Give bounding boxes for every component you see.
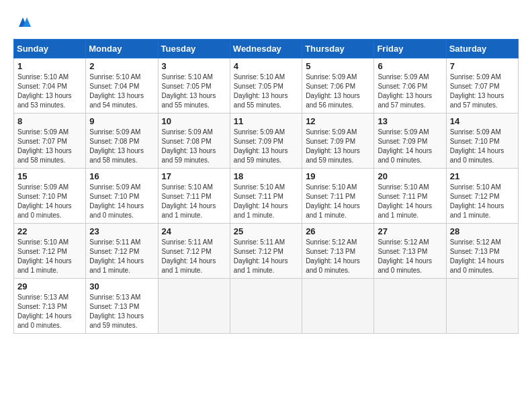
day-number: 7	[450, 61, 515, 71]
calendar-cell: 9Sunrise: 5:09 AMSunset: 7:08 PMDaylight…	[86, 113, 158, 169]
calendar-header-row: SundayMondayTuesdayWednesdayThursdayFrid…	[14, 40, 519, 58]
calendar-cell: 6Sunrise: 5:09 AMSunset: 7:06 PMDaylight…	[374, 58, 446, 113]
day-info: Sunrise: 5:09 AMSunset: 7:10 PMDaylight:…	[450, 128, 515, 165]
logo	[13, 13, 35, 32]
day-info: Sunrise: 5:10 AMSunset: 7:11 PMDaylight:…	[162, 183, 226, 220]
day-info: Sunrise: 5:10 AMSunset: 7:11 PMDaylight:…	[378, 183, 442, 220]
calendar-cell: 16Sunrise: 5:09 AMSunset: 7:10 PMDayligh…	[86, 169, 158, 224]
day-number: 8	[17, 116, 82, 126]
day-number: 26	[306, 226, 370, 236]
day-info: Sunrise: 5:11 AMSunset: 7:12 PMDaylight:…	[89, 238, 154, 275]
day-number: 13	[378, 116, 442, 126]
calendar-cell: 20Sunrise: 5:10 AMSunset: 7:11 PMDayligh…	[374, 169, 446, 224]
day-number: 16	[89, 171, 154, 181]
weekday-header: Monday	[86, 40, 158, 58]
day-info: Sunrise: 5:09 AMSunset: 7:10 PMDaylight:…	[89, 183, 154, 220]
day-number: 22	[17, 226, 82, 236]
day-info: Sunrise: 5:10 AMSunset: 7:04 PMDaylight:…	[89, 73, 154, 110]
day-info: Sunrise: 5:11 AMSunset: 7:12 PMDaylight:…	[162, 238, 226, 275]
day-number: 20	[378, 171, 442, 181]
weekday-header: Thursday	[302, 40, 374, 58]
calendar-cell: 8Sunrise: 5:09 AMSunset: 7:07 PMDaylight…	[14, 113, 86, 169]
day-info: Sunrise: 5:09 AMSunset: 7:06 PMDaylight:…	[378, 73, 442, 110]
day-number: 14	[450, 116, 515, 126]
calendar-cell: 11Sunrise: 5:09 AMSunset: 7:09 PMDayligh…	[230, 113, 302, 169]
day-info: Sunrise: 5:09 AMSunset: 7:09 PMDaylight:…	[234, 128, 298, 165]
day-number: 23	[89, 226, 154, 236]
day-info: Sunrise: 5:10 AMSunset: 7:11 PMDaylight:…	[234, 183, 298, 220]
day-info: Sunrise: 5:13 AMSunset: 7:13 PMDaylight:…	[17, 293, 82, 330]
calendar-week-row: 15Sunrise: 5:09 AMSunset: 7:10 PMDayligh…	[14, 169, 519, 224]
weekday-header: Friday	[374, 40, 446, 58]
day-number: 2	[89, 61, 154, 71]
calendar-cell: 10Sunrise: 5:09 AMSunset: 7:08 PMDayligh…	[158, 113, 230, 169]
day-info: Sunrise: 5:10 AMSunset: 7:04 PMDaylight:…	[17, 73, 82, 110]
calendar-cell	[302, 279, 374, 334]
day-info: Sunrise: 5:11 AMSunset: 7:12 PMDaylight:…	[234, 238, 298, 275]
calendar-cell: 26Sunrise: 5:12 AMSunset: 7:13 PMDayligh…	[302, 224, 374, 279]
calendar-cell: 24Sunrise: 5:11 AMSunset: 7:12 PMDayligh…	[158, 224, 230, 279]
calendar-cell: 13Sunrise: 5:09 AMSunset: 7:09 PMDayligh…	[374, 113, 446, 169]
day-number: 17	[162, 171, 226, 181]
day-number: 1	[17, 61, 82, 71]
calendar-cell: 5Sunrise: 5:09 AMSunset: 7:06 PMDaylight…	[302, 58, 374, 113]
calendar-cell: 23Sunrise: 5:11 AMSunset: 7:12 PMDayligh…	[86, 224, 158, 279]
calendar-cell: 30Sunrise: 5:13 AMSunset: 7:13 PMDayligh…	[86, 279, 158, 334]
calendar-cell: 1Sunrise: 5:10 AMSunset: 7:04 PMDaylight…	[14, 58, 86, 113]
day-info: Sunrise: 5:12 AMSunset: 7:13 PMDaylight:…	[378, 238, 442, 275]
day-info: Sunrise: 5:09 AMSunset: 7:08 PMDaylight:…	[162, 128, 226, 165]
day-number: 28	[450, 226, 515, 236]
calendar-cell	[230, 279, 302, 334]
calendar-cell: 2Sunrise: 5:10 AMSunset: 7:04 PMDaylight…	[86, 58, 158, 113]
logo-icon	[13, 13, 32, 32]
calendar-cell	[158, 279, 230, 334]
page-header	[13, 13, 519, 32]
calendar-cell: 25Sunrise: 5:11 AMSunset: 7:12 PMDayligh…	[230, 224, 302, 279]
day-info: Sunrise: 5:09 AMSunset: 7:06 PMDaylight:…	[306, 73, 370, 110]
day-number: 12	[306, 116, 370, 126]
calendar-cell: 7Sunrise: 5:09 AMSunset: 7:07 PMDaylight…	[446, 58, 518, 113]
weekday-header: Saturday	[446, 40, 518, 58]
day-number: 11	[234, 116, 298, 126]
day-info: Sunrise: 5:10 AMSunset: 7:05 PMDaylight:…	[162, 73, 226, 110]
day-number: 9	[89, 116, 154, 126]
day-number: 18	[234, 171, 298, 181]
day-number: 5	[306, 61, 370, 71]
day-number: 19	[306, 171, 370, 181]
day-number: 30	[89, 281, 154, 291]
calendar-cell: 18Sunrise: 5:10 AMSunset: 7:11 PMDayligh…	[230, 169, 302, 224]
weekday-header: Sunday	[14, 40, 86, 58]
day-info: Sunrise: 5:09 AMSunset: 7:08 PMDaylight:…	[89, 128, 154, 165]
calendar-week-row: 29Sunrise: 5:13 AMSunset: 7:13 PMDayligh…	[14, 279, 519, 334]
calendar-cell: 15Sunrise: 5:09 AMSunset: 7:10 PMDayligh…	[14, 169, 86, 224]
day-info: Sunrise: 5:10 AMSunset: 7:12 PMDaylight:…	[450, 183, 515, 220]
day-info: Sunrise: 5:10 AMSunset: 7:05 PMDaylight:…	[234, 73, 298, 110]
day-info: Sunrise: 5:09 AMSunset: 7:07 PMDaylight:…	[450, 73, 515, 110]
weekday-header: Tuesday	[158, 40, 230, 58]
day-number: 29	[17, 281, 82, 291]
calendar-cell: 22Sunrise: 5:10 AMSunset: 7:12 PMDayligh…	[14, 224, 86, 279]
calendar-week-row: 22Sunrise: 5:10 AMSunset: 7:12 PMDayligh…	[14, 224, 519, 279]
day-number: 10	[162, 116, 226, 126]
day-number: 27	[378, 226, 442, 236]
calendar-cell	[374, 279, 446, 334]
calendar-cell: 27Sunrise: 5:12 AMSunset: 7:13 PMDayligh…	[374, 224, 446, 279]
calendar-cell: 17Sunrise: 5:10 AMSunset: 7:11 PMDayligh…	[158, 169, 230, 224]
day-info: Sunrise: 5:10 AMSunset: 7:12 PMDaylight:…	[17, 238, 82, 275]
day-number: 25	[234, 226, 298, 236]
calendar-week-row: 8Sunrise: 5:09 AMSunset: 7:07 PMDaylight…	[14, 113, 519, 169]
day-info: Sunrise: 5:09 AMSunset: 7:10 PMDaylight:…	[17, 183, 82, 220]
calendar-cell: 3Sunrise: 5:10 AMSunset: 7:05 PMDaylight…	[158, 58, 230, 113]
day-number: 3	[162, 61, 226, 71]
day-info: Sunrise: 5:12 AMSunset: 7:13 PMDaylight:…	[450, 238, 515, 275]
day-info: Sunrise: 5:09 AMSunset: 7:09 PMDaylight:…	[378, 128, 442, 165]
calendar-table: SundayMondayTuesdayWednesdayThursdayFrid…	[13, 39, 519, 334]
calendar-cell: 14Sunrise: 5:09 AMSunset: 7:10 PMDayligh…	[446, 113, 518, 169]
calendar-cell	[446, 279, 518, 334]
day-info: Sunrise: 5:09 AMSunset: 7:09 PMDaylight:…	[306, 128, 370, 165]
calendar-cell: 21Sunrise: 5:10 AMSunset: 7:12 PMDayligh…	[446, 169, 518, 224]
day-number: 24	[162, 226, 226, 236]
calendar-cell: 4Sunrise: 5:10 AMSunset: 7:05 PMDaylight…	[230, 58, 302, 113]
calendar-cell: 28Sunrise: 5:12 AMSunset: 7:13 PMDayligh…	[446, 224, 518, 279]
day-number: 15	[17, 171, 82, 181]
